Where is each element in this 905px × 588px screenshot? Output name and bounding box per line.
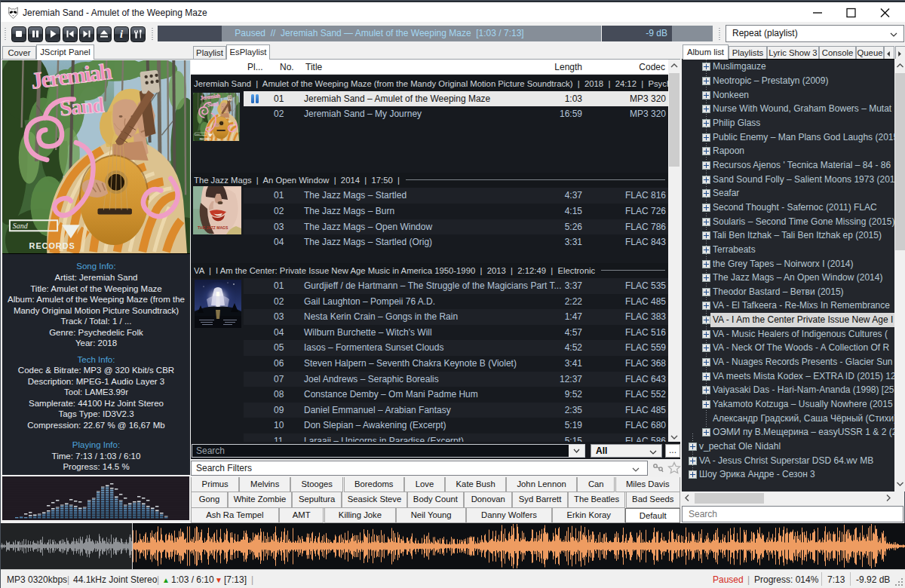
svg-text:Sand: Sand [195,133,200,135]
svg-text:THE JAZZ MAGS: THE JAZZ MAGS [198,225,229,230]
svg-text:Sand: Sand [59,92,106,120]
svg-text:Sand: Sand [13,222,28,230]
svg-text:i: i [120,29,123,40]
svg-text:Sand: Sand [207,101,219,108]
svg-text:RECORDS: RECORDS [29,241,75,250]
